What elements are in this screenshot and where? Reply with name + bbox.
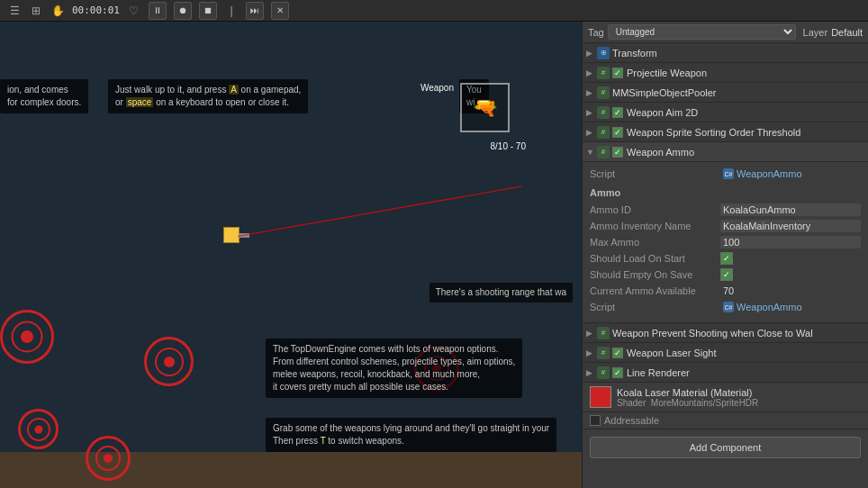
timer-display: 00:00:01 [72, 5, 120, 16]
mmsimple-title: MMSimpleObjectPooler [612, 87, 717, 98]
info-panel-2: Just walk up to it, and press A on a gam… [108, 79, 308, 113]
checkbox-icon[interactable]: ✓ [612, 127, 623, 138]
ammo-id-input[interactable] [720, 203, 861, 216]
script-value[interactable]: C# WeaponAmmo [720, 167, 861, 180]
weapon-prevent-title: Weapon Prevent Shooting when Close to Wa… [612, 328, 813, 339]
should-load-on-start-label: Should Load On Start [590, 253, 720, 264]
component-transform[interactable]: ▶ ⊕ Transform [583, 43, 868, 63]
hash-icon: # [597, 106, 610, 119]
hash-icon: # [597, 327, 610, 339]
arrow-icon: ▶ [586, 368, 595, 377]
material-info: Koala Laser Material (Material) Shader M… [617, 387, 758, 408]
checkbox-icon[interactable]: ✓ [612, 367, 623, 378]
should-empty-on-save-label: Should Empty On Save [590, 269, 720, 280]
max-ammo-label: Max Ammo [590, 237, 720, 248]
current-ammo-available-value: 70 [720, 285, 861, 297]
inspector-panel: Tag Untagged Layer Default ▶ ⊕ Transform… [582, 22, 868, 488]
hash-icon: # [597, 366, 610, 379]
script-label: Script [590, 168, 720, 179]
script-row: Script C# WeaponAmmo [590, 166, 861, 182]
checkbox-icon[interactable]: ✓ [612, 147, 623, 158]
hash-icon: # [597, 347, 610, 359]
script2-value[interactable]: C# WeaponAmmo [720, 301, 861, 313]
tag-select[interactable]: Untagged [608, 24, 796, 40]
component-weapon-sprite[interactable]: ▶ # ✓ Weapon Sprite Sorting Order Thresh… [583, 122, 868, 142]
weapon-ammo-title: Weapon Ammo [627, 147, 694, 158]
ammo-display: 8/10 - 70 [491, 141, 526, 151]
checkbox-icon[interactable]: ✓ [612, 348, 623, 358]
target-1 [0, 310, 54, 364]
hash-icon: # [597, 126, 610, 139]
should-load-on-start-checkbox[interactable]: ✓ [720, 252, 733, 265]
weapon-selection-box: 🔫 [460, 83, 510, 132]
close-button[interactable]: ✕ [271, 2, 289, 20]
arrow-icon: ▶ [586, 88, 595, 97]
hash-icon: # [597, 146, 610, 158]
component-projectile-weapon[interactable]: ▶ # ✓ Projectile Weapon [583, 63, 868, 83]
should-empty-on-save-row: Should Empty On Save ✓ [590, 267, 861, 283]
bottom-info-2: Grab some of the weapons lying around an… [266, 418, 556, 452]
script2-icon: C# [723, 302, 734, 312]
ammo-section-row: Ammo [590, 182, 861, 202]
arrow-icon: ▶ [586, 49, 595, 58]
tree-icon[interactable]: ⊞ [29, 4, 43, 18]
component-mmsimple[interactable]: ▶ # MMSimpleObjectPooler [583, 83, 868, 103]
ammo-id-label: Ammo ID [590, 204, 720, 215]
max-ammo-input[interactable] [720, 236, 861, 249]
weapon-laser-title: Weapon Laser Sight [627, 348, 716, 358]
arrow-icon: ▶ [586, 128, 595, 137]
layer-label: Layer [803, 27, 828, 38]
material-swatch[interactable] [590, 386, 611, 408]
weapon-label: Weapon [420, 83, 454, 93]
heart-icon: ♡ [127, 4, 141, 18]
component-weapon-prevent[interactable]: ▶ # Weapon Prevent Shooting when Close t… [583, 323, 868, 343]
hand-icon[interactable]: ✋ [50, 4, 65, 18]
shader-row: Shader MoreMountains/SpriteHDR [617, 398, 758, 408]
material-name: Koala Laser Material (Material) [617, 387, 758, 398]
component-weapon-laser[interactable]: ▶ # ✓ Weapon Laser Sight [583, 343, 868, 363]
script2-label: Script [590, 302, 720, 312]
ammo-inventory-name-input[interactable] [720, 220, 861, 232]
weapon-icon: 🔫 [473, 96, 497, 120]
target-2 [144, 337, 194, 386]
max-ammo-row: Max Ammo [590, 234, 861, 250]
menu-icon[interactable]: ☰ [7, 4, 22, 18]
target-5 [86, 436, 131, 481]
arrow-icon: ▶ [586, 348, 595, 357]
target-4 [18, 409, 59, 449]
checkbox-icon[interactable]: ✓ [612, 107, 623, 118]
weapon-sprite-title: Weapon Sprite Sorting Order Threshold [627, 127, 800, 138]
line-renderer-title: Line Renderer [627, 367, 690, 378]
transform-title: Transform [612, 48, 657, 59]
arrow-icon: ▶ [586, 329, 595, 338]
should-empty-on-save-checkbox[interactable]: ✓ [720, 268, 733, 281]
checkbox-icon[interactable]: ✓ [612, 68, 623, 78]
should-load-on-start-row: Should Load On Start ✓ [590, 250, 861, 267]
game-viewport[interactable]: ion, and comesfor complex doors. Just wa… [0, 22, 582, 488]
ammo-section-label: Ammo [590, 184, 620, 200]
ammo-inventory-name-row: Ammo Inventory Name [590, 218, 861, 234]
layer-value: Default [831, 27, 863, 38]
addressable-row: Addressable [583, 412, 868, 429]
component-weapon-aim[interactable]: ▶ # ✓ Weapon Aim 2D [583, 103, 868, 122]
weapon-aim-title: Weapon Aim 2D [627, 107, 698, 118]
addressable-checkbox[interactable] [590, 415, 601, 426]
arrow-icon: ▶ [586, 68, 595, 77]
pause-button[interactable]: ⏸ [149, 2, 167, 20]
arrow-down-icon: ▼ [586, 148, 595, 157]
shooting-text: There's a shooting range that wa [429, 283, 573, 303]
info-panel-1: ion, and comesfor complex doors. [0, 79, 88, 113]
script2-row: Script C# WeaponAmmo [590, 299, 861, 315]
skip-button[interactable]: ⏭ [246, 2, 264, 20]
current-ammo-available-label: Current Ammo Available [590, 285, 720, 296]
record-button[interactable]: ⏺ [174, 2, 192, 20]
script-icon: C# [723, 168, 734, 179]
material-row: Koala Laser Material (Material) Shader M… [583, 383, 868, 412]
component-line-renderer[interactable]: ▶ # ✓ Line Renderer [583, 363, 868, 383]
transform-icon: ⊕ [597, 47, 610, 59]
projectile-weapon-title: Projectile Weapon [627, 68, 707, 78]
add-component-button[interactable]: Add Component [590, 437, 861, 458]
component-weapon-ammo-header[interactable]: ▼ # ✓ Weapon Ammo [583, 142, 868, 162]
arrow-icon: ▶ [586, 108, 595, 117]
stop-button[interactable]: ⏹ [199, 2, 217, 20]
